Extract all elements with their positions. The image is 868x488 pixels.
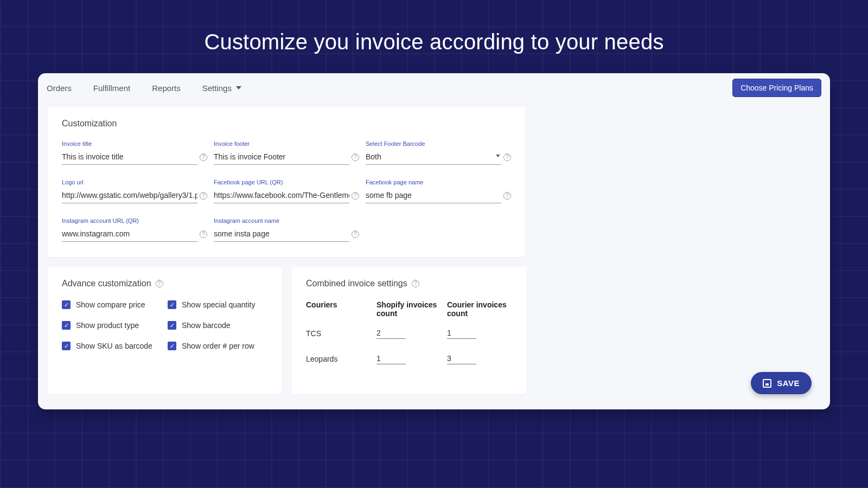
label-logo-url: Logo url: [62, 179, 197, 185]
checkbox-icon: ✓: [62, 321, 71, 330]
field-footer-barcode: Select Footer Barcode ?: [366, 140, 501, 165]
check-label: Show special quantity: [182, 300, 255, 309]
field-grid: Invoice title ? Invoice footer ? Select …: [62, 140, 511, 242]
save-icon: [763, 379, 771, 388]
combined-title-text: Combined invoice settings: [306, 279, 407, 288]
help-icon[interactable]: ?: [352, 230, 359, 238]
help-icon[interactable]: ?: [200, 230, 207, 238]
check-label: Show order # per row: [182, 342, 254, 350]
nav-settings-label: Settings: [202, 84, 232, 93]
label-fb-name: Facebook page name: [366, 179, 501, 185]
advance-card: Advance customization ? ✓ Show compare p…: [48, 267, 282, 394]
app-window: Orders Fulfillment Reports Settings Choo…: [38, 73, 830, 409]
label-fb-url: Facebook page URL (QR): [214, 179, 349, 185]
customization-title: Customization: [62, 119, 511, 129]
check-label: Show SKU as barcode: [76, 342, 152, 350]
select-footer-barcode[interactable]: [366, 149, 501, 165]
help-icon[interactable]: ?: [352, 153, 359, 161]
input-logo-url[interactable]: [62, 188, 197, 203]
check-product-type[interactable]: ✓ Show product type: [62, 321, 162, 330]
check-compare-price[interactable]: ✓ Show compare price: [62, 300, 162, 309]
th-shopify: Shopify invoices count: [376, 300, 447, 318]
combined-card: Combined invoice settings ? Couriers Sho…: [292, 267, 526, 394]
advance-title-text: Advance customization: [62, 279, 151, 288]
table-row: Leopards: [306, 353, 512, 364]
nav-fulfillment[interactable]: Fulfillment: [93, 84, 130, 93]
nav-settings[interactable]: Settings: [202, 84, 241, 93]
topbar: Orders Fulfillment Reports Settings Choo…: [38, 73, 830, 101]
help-icon[interactable]: ?: [352, 192, 359, 200]
save-label: SAVE: [777, 378, 800, 388]
field-invoice-title: Invoice title ?: [62, 140, 197, 165]
field-fb-name: Facebook page name ?: [366, 179, 501, 203]
label-invoice-title: Invoice title: [62, 140, 197, 147]
nav-items: Orders Fulfillment Reports Settings: [47, 84, 241, 93]
label-footer-barcode: Select Footer Barcode: [366, 140, 501, 147]
table-head: Couriers Shopify invoices count Courier …: [306, 300, 512, 318]
check-label: Show product type: [76, 321, 139, 330]
page-heading: Customize you invoice according to your …: [0, 0, 868, 73]
chevron-down-icon: [236, 86, 241, 89]
input-fb-name[interactable]: [366, 188, 501, 203]
help-icon[interactable]: ?: [200, 192, 207, 200]
checks-grid: ✓ Show compare price ✓ Show special quan…: [62, 300, 268, 350]
check-label: Show compare price: [76, 300, 145, 309]
help-icon[interactable]: ?: [412, 280, 419, 287]
check-order-per-row[interactable]: ✓ Show order # per row: [168, 342, 268, 350]
checkbox-icon: ✓: [62, 342, 71, 350]
th-courier: Courier invoices count: [447, 300, 518, 318]
input-courier-count[interactable]: [447, 353, 476, 364]
check-barcode[interactable]: ✓ Show barcode: [168, 321, 268, 330]
nav-orders[interactable]: Orders: [47, 84, 72, 93]
check-sku-barcode[interactable]: ✓ Show SKU as barcode: [62, 342, 162, 350]
row-two-cards: Advance customization ? ✓ Show compare p…: [48, 267, 525, 394]
content: Customization Invoice title ? Invoice fo…: [38, 101, 830, 405]
input-insta-name[interactable]: [214, 226, 349, 242]
check-label: Show barcode: [182, 321, 231, 330]
input-insta-url[interactable]: [62, 226, 197, 242]
th-couriers: Couriers: [306, 300, 376, 318]
advance-title: Advance customization ?: [62, 279, 268, 288]
checkbox-icon: ✓: [62, 300, 71, 309]
label-insta-name: Instagram account name: [214, 217, 349, 224]
help-icon[interactable]: ?: [503, 153, 511, 161]
input-fb-url[interactable]: [214, 188, 349, 203]
input-shopify-count[interactable]: [376, 328, 406, 339]
help-icon[interactable]: ?: [503, 192, 511, 200]
customization-card: Customization Invoice title ? Invoice fo…: [48, 107, 525, 257]
input-shopify-count[interactable]: [376, 353, 406, 364]
combined-title: Combined invoice settings ?: [306, 279, 512, 288]
input-courier-count[interactable]: [447, 328, 476, 339]
chevron-down-icon: [496, 155, 500, 157]
help-icon[interactable]: ?: [156, 280, 163, 287]
field-fb-url: Facebook page URL (QR) ?: [214, 179, 349, 203]
checkbox-icon: ✓: [168, 321, 176, 330]
checkbox-icon: ✓: [168, 342, 176, 350]
input-invoice-title[interactable]: [62, 149, 197, 165]
label-invoice-footer: Invoice footer: [214, 140, 349, 147]
label-insta-url: Instagram account URL (QR): [62, 217, 197, 224]
save-button[interactable]: SAVE: [751, 372, 812, 394]
check-special-quantity[interactable]: ✓ Show special quantity: [168, 300, 268, 309]
courier-name: Leopards: [306, 355, 376, 363]
field-logo-url: Logo url ?: [62, 179, 197, 203]
choose-pricing-button[interactable]: Choose Pricing Plans: [732, 79, 821, 97]
field-invoice-footer: Invoice footer ?: [214, 140, 349, 165]
table-row: TCS: [306, 328, 512, 339]
nav-reports[interactable]: Reports: [152, 84, 181, 93]
field-insta-url: Instagram account URL (QR) ?: [62, 217, 197, 242]
field-insta-name: Instagram account name ?: [214, 217, 349, 242]
help-icon[interactable]: ?: [200, 153, 207, 161]
courier-name: TCS: [306, 329, 376, 338]
input-invoice-footer[interactable]: [214, 149, 349, 165]
checkbox-icon: ✓: [168, 300, 176, 309]
